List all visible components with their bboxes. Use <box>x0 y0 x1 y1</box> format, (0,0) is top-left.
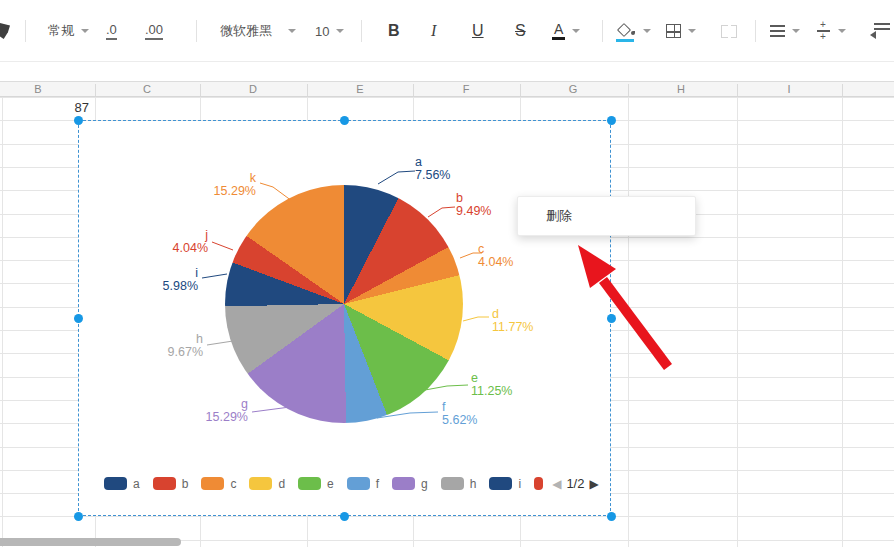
legend-swatch <box>104 477 127 490</box>
borders-grid-icon <box>666 24 681 38</box>
column-header-c[interactable]: C <box>127 83 167 95</box>
align-lines-icon <box>770 25 785 37</box>
grid-column-line <box>842 97 843 547</box>
selection-handle-bottom-middle[interactable] <box>340 512 349 521</box>
pie-label-d: d11.77% <box>492 308 533 334</box>
chevron-down-icon <box>288 29 296 33</box>
font-name-dropdown[interactable]: 微软雅黑 <box>220 0 296 62</box>
pie-label-e: e11.25% <box>471 372 512 398</box>
number-format-label: 常规 <box>48 22 74 40</box>
grid-column-line <box>628 97 629 547</box>
selection-handle-bottom-left[interactable] <box>74 512 83 521</box>
column-headers: B C D E F G H I <box>0 81 894 97</box>
selection-handle-top-right[interactable] <box>607 116 616 125</box>
toolbar-separator <box>361 20 362 42</box>
selection-handle-middle-left[interactable] <box>74 314 83 323</box>
legend-prev-icon[interactable]: ◀ <box>552 477 561 491</box>
legend-item-d[interactable]: d <box>249 477 285 491</box>
selection-handle-top-left[interactable] <box>74 116 83 125</box>
format-painter-icon[interactable] <box>0 22 10 39</box>
font-color-button[interactable]: A <box>552 0 580 62</box>
vertical-align-icon: ++ <box>815 21 831 41</box>
pie-label-h: h9.67% <box>168 333 203 359</box>
legend-next-icon[interactable]: ▶ <box>589 477 598 491</box>
horizontal-align-button[interactable] <box>770 0 800 62</box>
context-menu-delete[interactable]: 删除 <box>518 197 695 235</box>
underline-button[interactable]: U <box>472 0 484 62</box>
grid-column-line <box>2 97 3 547</box>
chevron-down-icon <box>572 29 580 33</box>
legend-swatch <box>249 477 272 490</box>
chevron-down-icon <box>81 29 89 33</box>
column-header-f[interactable]: F <box>446 83 486 95</box>
legend-page-indicator: 1/2 <box>566 476 584 491</box>
chevron-down-icon <box>792 29 800 33</box>
pie-label-i: i5.98% <box>163 267 198 293</box>
legend-swatch <box>347 477 370 490</box>
cell-b1[interactable]: 87 <box>0 100 89 115</box>
legend-swatch <box>201 477 224 490</box>
toolbar: 常规 .0 .00 微软雅黑 10 B I U S A <box>0 0 894 62</box>
bold-button[interactable]: B <box>388 0 400 62</box>
legend-item-g[interactable]: g <box>392 477 428 491</box>
decrease-decimal-button[interactable]: .00 <box>145 0 163 62</box>
column-header-h[interactable]: H <box>661 83 701 95</box>
chevron-down-icon <box>643 29 651 33</box>
font-name-label: 微软雅黑 <box>220 22 272 40</box>
pie-label-j: j4.04% <box>173 229 208 255</box>
fill-color-button[interactable] <box>616 0 651 62</box>
pie-label-a: a7.56% <box>415 156 450 182</box>
chevron-down-icon <box>688 29 696 33</box>
font-size-label: 10 <box>315 24 329 39</box>
toolbar-separator <box>755 20 756 42</box>
legend-item-i[interactable]: i <box>489 477 521 491</box>
chart-canvas[interactable]: a7.56% b9.49% c4.04% d11.77% e11.25% f5.… <box>79 121 610 515</box>
legend-item-b[interactable]: b <box>153 477 189 491</box>
pie-label-b: b9.49% <box>456 192 491 218</box>
font-color-icon: A <box>552 22 565 40</box>
context-menu: 删除 <box>517 196 696 236</box>
toolbar-separator <box>196 20 197 42</box>
selection-handle-bottom-right[interactable] <box>607 512 616 521</box>
grid-column-line <box>737 97 738 547</box>
legend-swatch <box>392 477 415 490</box>
selection-handle-middle-right[interactable] <box>607 314 616 323</box>
wrap-text-icon <box>874 23 890 39</box>
pie-chart[interactable] <box>225 185 463 423</box>
pie-label-f: f5.62% <box>442 401 477 427</box>
horizontal-scrollbar-thumb[interactable] <box>0 538 181 546</box>
toolbar-separator <box>602 20 603 42</box>
column-header-d[interactable]: D <box>233 83 273 95</box>
number-format-dropdown[interactable]: 常规 <box>48 0 89 62</box>
legend-item-f[interactable]: f <box>347 477 379 491</box>
increase-decimal-button[interactable]: .0 <box>106 0 117 62</box>
borders-button[interactable] <box>666 0 696 62</box>
chevron-down-icon <box>336 29 344 33</box>
legend-item-a[interactable]: a <box>104 477 140 491</box>
paint-bucket-icon <box>616 23 636 39</box>
chart-legend: a b c d e f g h i ◀ 1/2 ▶ <box>104 476 599 491</box>
pie-label-c: c4.04% <box>478 243 513 269</box>
italic-button[interactable]: I <box>431 0 436 62</box>
column-header-b[interactable]: B <box>18 83 58 95</box>
column-header-e[interactable]: E <box>340 83 380 95</box>
legend-item-e[interactable]: e <box>298 477 334 491</box>
legend-item-j-clipped[interactable] <box>534 477 543 490</box>
merge-cells-button-disabled <box>721 0 737 62</box>
column-header-i[interactable]: I <box>769 83 809 95</box>
selection-handle-top-middle[interactable] <box>340 116 349 125</box>
font-size-dropdown[interactable]: 10 <box>315 0 344 62</box>
legend-swatch <box>489 477 512 490</box>
legend-swatch <box>298 477 321 490</box>
legend-item-h[interactable]: h <box>441 477 477 491</box>
toolbar-separator <box>25 20 26 42</box>
wrap-text-button[interactable] <box>874 0 890 62</box>
legend-pager: ◀ 1/2 ▶ <box>552 476 599 491</box>
legend-item-c[interactable]: c <box>201 477 236 491</box>
legend-swatch <box>153 477 176 490</box>
column-header-g[interactable]: G <box>553 83 593 95</box>
vertical-align-button[interactable]: ++ <box>815 0 846 62</box>
legend-swatch <box>441 477 464 490</box>
strikethrough-button[interactable]: S <box>515 0 526 62</box>
chevron-down-icon <box>838 29 846 33</box>
